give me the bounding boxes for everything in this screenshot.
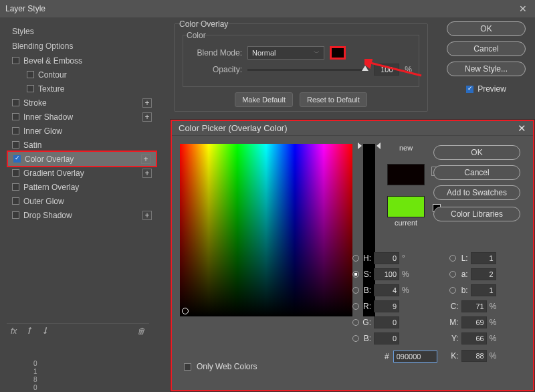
h-input[interactable]: 0 [374,252,399,264]
blab-input[interactable]: 1 [471,284,496,296]
style-checkbox[interactable] [12,211,19,219]
preview-checkbox[interactable] [466,86,473,93]
style-item-inner-shadow[interactable]: Inner Shadow+ [7,110,157,124]
color-picker-dialog: Color Picker (Overlay Color) ✕ new curre… [171,120,534,391]
l-input[interactable]: 1 [471,252,496,264]
h-radio[interactable] [352,255,359,262]
style-checkbox[interactable] [12,197,19,205]
add-effect-icon[interactable]: + [142,211,152,220]
svg-line-0 [368,62,421,76]
arrow-up-icon[interactable]: 🠕 [25,326,33,336]
preview-label: Preview [477,84,506,94]
a-input[interactable]: 2 [471,268,496,280]
chevron-down-icon: ﹀ [314,49,320,58]
make-default-button[interactable]: Make Default [235,92,293,107]
s-input[interactable]: 100 [374,268,399,280]
color-libraries-button[interactable]: Color Libraries [433,207,520,221]
style-checkbox[interactable] [27,85,34,92]
style-checkbox[interactable] [27,71,34,78]
spectrum-cursor[interactable] [182,308,189,314]
style-checkbox[interactable] [12,113,19,120]
current-color-swatch[interactable] [387,196,425,217]
color-fields: H:0° L:1 S:100% a:2 B:4% b:1 R:9 C:71% G… [352,250,524,365]
g-radio[interactable] [352,319,359,326]
style-item-satin[interactable]: Satin [7,138,157,152]
add-effect-icon[interactable]: + [142,98,152,108]
style-item-drop-shadow[interactable]: Drop Shadow+ [7,208,157,222]
new-color-swatch[interactable] [387,164,425,185]
style-checkbox[interactable] [13,155,21,163]
ok-button[interactable]: OK [447,21,526,36]
add-effect-icon[interactable]: + [141,155,150,164]
add-effect-icon[interactable]: + [142,112,152,122]
trash-icon[interactable]: 🗑 [137,326,145,336]
titlebar: Layer Style ✕ [0,0,535,17]
reset-default-button[interactable]: Reset to Default [300,92,367,107]
g-input[interactable]: 0 [374,316,399,328]
l-radio[interactable] [449,255,456,262]
k-input[interactable]: 88 [461,350,487,362]
opacity-label: Opacity: [190,65,242,74]
cancel-button[interactable]: Cancel [447,41,526,56]
b-radio[interactable] [352,287,359,294]
style-item-texture[interactable]: Texture [7,82,157,96]
fx-bar: fx 🠕 🠗 🗑 [7,323,149,338]
b2-radio[interactable] [352,335,359,342]
color-swatch[interactable] [330,46,346,60]
picker-close-icon[interactable]: ✕ [518,122,526,134]
new-label: new [399,144,413,152]
picker-cancel-button[interactable]: Cancel [433,165,520,180]
a-radio[interactable] [449,271,456,278]
hex-input[interactable]: 090000 [393,351,437,363]
blending-options[interactable]: Blending Options [7,39,157,54]
style-item-stroke[interactable]: Stroke+ [7,96,157,110]
style-item-contour[interactable]: Contour [7,68,157,82]
fx-label[interactable]: fx [11,326,17,336]
only-web-label: Only Web Colors [197,362,257,371]
style-checkbox[interactable] [12,99,19,106]
style-item-bevel-emboss[interactable]: Bevel & Emboss [7,54,157,68]
style-checkbox[interactable] [12,183,19,191]
section-title: Color Overlay [179,19,433,29]
style-checkbox[interactable] [12,57,19,64]
blend-mode-label: Blend Mode: [190,48,242,58]
style-checkbox[interactable] [12,141,19,149]
y-input[interactable]: 66 [461,332,487,345]
annotation-arrow [364,59,425,79]
style-item-pattern-overlay[interactable]: Pattern Overlay [7,180,157,194]
new-style-button[interactable]: New Style... [447,62,526,76]
r-radio[interactable] [352,303,359,310]
style-checkbox[interactable] [12,169,19,177]
arrow-down-icon[interactable]: 🠗 [41,326,49,336]
color-group-label: Color [187,31,423,40]
window-title: Layer Style [5,4,45,13]
s-radio[interactable] [352,271,359,278]
blend-mode-dropdown[interactable]: Normal ﹀ [247,46,324,60]
m-input[interactable]: 69 [461,316,487,328]
style-item-gradient-overlay[interactable]: Gradient Overlay+ [7,166,157,180]
style-item-color-overlay[interactable]: Color Overlay+ [7,151,157,167]
add-swatches-button[interactable]: Add to Swatches [433,185,520,200]
close-icon[interactable]: ✕ [516,3,530,14]
style-checkbox[interactable] [12,127,19,134]
r-input[interactable]: 9 [374,300,399,312]
picker-title: Color Picker (Overlay Color) [179,123,288,133]
add-effect-icon[interactable]: + [142,169,152,178]
only-web-checkbox[interactable] [184,363,191,371]
ruler: 0180 [33,360,37,392]
b-input[interactable]: 4 [374,284,399,296]
style-item-outer-glow[interactable]: Outer Glow [7,194,157,208]
style-item-inner-glow[interactable]: Inner Glow [7,124,157,138]
color-spectrum[interactable] [180,144,352,316]
current-label: current [395,219,417,227]
styles-sidebar: Styles Blending Options Bevel & EmbossCo… [0,17,157,392]
c-input[interactable]: 71 [461,300,487,312]
b2-input[interactable]: 0 [374,332,399,345]
blab-radio[interactable] [449,287,456,294]
picker-ok-button[interactable]: OK [433,145,520,160]
styles-header[interactable]: Styles [7,24,157,39]
opacity-slider[interactable] [247,69,368,71]
